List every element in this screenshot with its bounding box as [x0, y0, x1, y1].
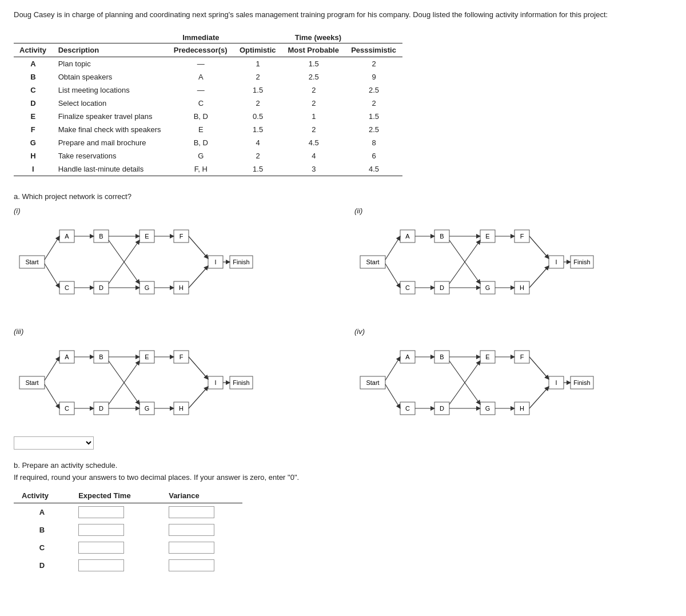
network-answer-select[interactable]: (i) (ii) (iii) (iv) — [14, 436, 94, 450]
table-row-activity: C — [14, 84, 53, 97]
network-iv-label: (iv) — [354, 327, 672, 336]
network-ii: (ii) Start A B E F C — [354, 206, 672, 310]
svg-text:E: E — [145, 233, 149, 240]
col-description: Description — [53, 43, 168, 57]
svg-text:Finish: Finish — [233, 379, 249, 386]
svg-text:H: H — [520, 405, 524, 412]
table-row-description: Prepare and mail brochure — [53, 136, 168, 149]
table-row-most-probable: 1.5 — [282, 57, 345, 70]
sched-row-expected-time[interactable] — [70, 521, 161, 539]
table-row-pessimistic: 6 — [345, 149, 402, 162]
table-row-optimistic: 1.5 — [234, 123, 282, 136]
network-i: (i) Start A B E F C — [14, 206, 332, 310]
svg-text:Start: Start — [366, 379, 379, 386]
network-ii-svg: Start A B E F C D G H I Finish — [354, 218, 595, 310]
table-row-pessimistic: 2.5 — [345, 123, 402, 136]
svg-text:H: H — [520, 284, 524, 291]
svg-text:H: H — [179, 405, 184, 412]
variance-input[interactable] — [169, 542, 214, 554]
table-row-predecessor: — — [168, 57, 234, 70]
table-row-predecessor: B, D — [168, 136, 234, 149]
network-iv-svg: Start A B E F C D G H I Finish — [354, 339, 595, 431]
table-row-activity: E — [14, 110, 53, 123]
intro-text: Doug Casey is in charge of planning and … — [14, 9, 672, 21]
col-group-immediate: Immediate — [168, 31, 234, 43]
sched-row-activity: C — [14, 539, 70, 557]
svg-text:G: G — [145, 284, 150, 291]
table-row-optimistic: 0.5 — [234, 110, 282, 123]
svg-text:I: I — [555, 259, 557, 265]
svg-text:A: A — [405, 353, 410, 360]
table-row-most-probable: 4 — [282, 149, 345, 162]
variance-input[interactable] — [169, 506, 214, 518]
svg-text:B: B — [440, 353, 444, 360]
table-row-optimistic: 1 — [234, 57, 282, 70]
svg-text:I: I — [214, 259, 216, 265]
network-iii: (iii) Start A B E F C — [14, 327, 332, 431]
col-group-time: Time (weeks) — [234, 31, 402, 43]
sched-col-expected-time: Expected Time — [70, 488, 161, 503]
table-row-activity: D — [14, 97, 53, 110]
network-iv: (iv) Start A B E F C — [354, 327, 672, 431]
svg-text:D: D — [99, 405, 103, 412]
svg-text:F: F — [180, 353, 184, 360]
question-a: a. Which project network is correct? — [14, 192, 672, 201]
svg-text:Start: Start — [366, 259, 379, 265]
svg-line-70 — [529, 266, 549, 288]
svg-text:D: D — [99, 284, 103, 291]
svg-line-132 — [385, 384, 400, 408]
table-row-optimistic: 1.5 — [234, 162, 282, 176]
svg-text:F: F — [520, 353, 524, 360]
table-row-most-probable: 2.5 — [282, 70, 345, 84]
svg-text:G: G — [485, 284, 490, 291]
table-row-optimistic: 2 — [234, 149, 282, 162]
network-iii-label: (iii) — [14, 327, 332, 336]
sched-row-expected-time[interactable] — [70, 539, 161, 557]
table-row-most-probable: 4.5 — [282, 136, 345, 149]
svg-text:F: F — [180, 233, 184, 240]
expected-time-input[interactable] — [78, 542, 124, 554]
table-row-activity: F — [14, 123, 53, 136]
table-row-predecessor: B, D — [168, 110, 234, 123]
sched-row-variance[interactable] — [161, 557, 242, 574]
svg-text:B: B — [99, 353, 103, 360]
svg-text:D: D — [440, 405, 444, 412]
variance-input[interactable] — [169, 559, 214, 571]
sched-row-expected-time[interactable] — [70, 557, 161, 574]
table-row-optimistic: 1.5 — [234, 84, 282, 97]
expected-time-input[interactable] — [78, 506, 124, 518]
sched-row-expected-time[interactable] — [70, 503, 161, 521]
table-row-activity: I — [14, 162, 53, 176]
variance-input[interactable] — [169, 524, 214, 536]
table-row-pessimistic: 4.5 — [345, 162, 402, 176]
svg-line-105 — [189, 357, 208, 379]
expected-time-input[interactable] — [78, 524, 124, 536]
sched-row-variance[interactable] — [161, 521, 242, 539]
svg-text:Finish: Finish — [233, 259, 249, 265]
sched-row-variance[interactable] — [161, 539, 242, 557]
svg-text:C: C — [65, 405, 69, 412]
table-row-description: Take reservations — [53, 149, 168, 162]
network-ii-label: (ii) — [354, 206, 672, 215]
expected-time-input[interactable] — [78, 559, 124, 571]
svg-text:Finish: Finish — [573, 379, 590, 386]
sched-row-activity: A — [14, 503, 70, 521]
table-row-pessimistic: 2 — [345, 57, 402, 70]
svg-text:Start: Start — [25, 259, 38, 265]
col-predecessor: Predecessor(s) — [168, 43, 234, 57]
svg-line-142 — [529, 387, 549, 408]
table-row-description: Finalize speaker travel plans — [53, 110, 168, 123]
table-row-predecessor: C — [168, 97, 234, 110]
table-row-description: Handle last-minute details — [53, 162, 168, 176]
svg-line-131 — [385, 357, 400, 380]
svg-text:B: B — [99, 233, 103, 240]
svg-text:C: C — [405, 405, 410, 412]
svg-text:I: I — [214, 379, 216, 386]
table-row-description: Select location — [53, 97, 168, 110]
table-row-optimistic: 2 — [234, 70, 282, 84]
svg-text:A: A — [405, 233, 410, 240]
sched-row-variance[interactable] — [161, 503, 242, 521]
table-row-most-probable: 1 — [282, 110, 345, 123]
svg-line-96 — [45, 384, 59, 408]
activity-table: Immediate Time (weeks) Activity Descript… — [14, 31, 402, 176]
